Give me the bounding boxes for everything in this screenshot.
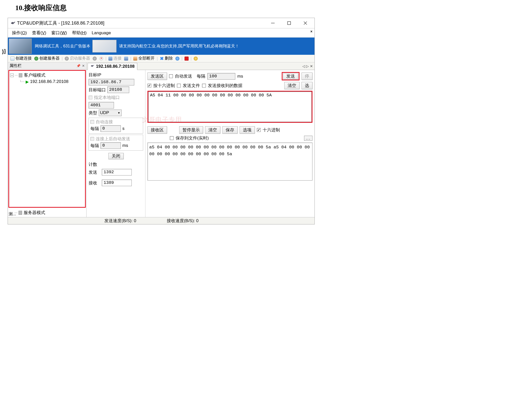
globe-icon: [34, 57, 38, 61]
send-interval-input[interactable]: 100: [207, 73, 235, 80]
connect-button: 连接: [107, 55, 123, 62]
browse-file-button[interactable]: ...: [304, 136, 312, 141]
auto-connect-checkbox: [90, 120, 94, 124]
truncated-text: 测...: [9, 212, 16, 217]
local-port-label: 指定本地端口: [94, 95, 120, 100]
disconnect-all-button[interactable]: 全部断开: [132, 55, 156, 62]
separator: |: [181, 56, 182, 61]
menu-help[interactable]: 帮助(H): [71, 29, 88, 36]
auto-send-after-conn-group: 连接上后自动发送 每隔 0 ms: [89, 135, 143, 151]
connection-panel: 目标IP 192.168.86.7 目标端口 20108 指定本地端口 4001…: [87, 70, 145, 217]
connection-tree: − ⋯ 客户端模式 └⋯ ▶ 192.168.86.7:20108: [8, 70, 86, 208]
delete-button[interactable]: ✖删除: [159, 55, 174, 62]
minimize-button[interactable]: [268, 20, 277, 27]
doc-tab-bar: 192.168.86.7:20108 ◁ ▷ ✕: [87, 62, 314, 70]
menubar: 操作(O) 查看(V) 窗口(W) 帮助(H) Language ×: [8, 28, 314, 38]
mdi-close-button[interactable]: ×: [310, 29, 312, 33]
auto-send-label: 自动发送: [175, 73, 192, 79]
auto-send-interval-input[interactable]: 0: [101, 142, 121, 149]
stop-icon-button[interactable]: [184, 56, 190, 61]
local-port-input[interactable]: 4001: [89, 102, 114, 109]
save-to-file-checkbox[interactable]: [170, 136, 174, 140]
help-icon-button[interactable]: [193, 56, 199, 61]
count-title: 计数: [89, 162, 143, 167]
local-port-checkbox: [89, 96, 92, 99]
auto-connect-label: 自动连接: [96, 119, 113, 125]
tree-node-server-mode[interactable]: ⋯ 服务器模式: [10, 209, 84, 216]
hex-send-label: 按十六进制: [153, 83, 175, 89]
app-icon: [10, 21, 15, 26]
tree-node-client-mode[interactable]: − ⋯ 客户端模式: [10, 72, 84, 79]
pause-display-button[interactable]: 暂停显示: [179, 126, 203, 134]
create-server-button[interactable]: 创建服务器: [33, 55, 61, 62]
ad-banner: 网络调试工具，631去广告版本 请支持国内航空工业,有您的支持,国产军用民用飞机…: [8, 38, 314, 55]
doc-tab-active[interactable]: 192.168.86.7:20108: [88, 63, 137, 70]
banner-text-left: 网络调试工具，631去广告版本: [33, 42, 92, 50]
save-to-file-label: 保存到文件(实时): [176, 135, 209, 141]
send-textarea[interactable]: A5 04 11 00 00 00 00 00 00 00 00 00 00 0…: [148, 92, 312, 122]
doc-icon: [10, 57, 14, 61]
connect-icon: [108, 57, 112, 61]
recv-speed-label: 接收速度(B/S): 0: [167, 218, 199, 224]
auto-conn-interval-input[interactable]: 0: [101, 125, 121, 132]
hex-recv-label: 十六进制: [263, 127, 280, 133]
menu-operate[interactable]: 操作(O): [10, 29, 28, 36]
doc-heading: 10.接收响应信息: [0, 0, 320, 18]
target-port-input[interactable]: 20108: [107, 86, 129, 93]
banner-image-right: [92, 40, 117, 52]
svg-rect-1: [288, 22, 291, 25]
type-select[interactable]: UDP▼: [99, 110, 122, 116]
recv-options-button[interactable]: 选项: [240, 126, 255, 134]
target-ip-label: 目标IP: [89, 72, 143, 78]
banner-text-right: 请支持国内航空工业,有您的支持,国产军用民用飞机必将翱翔蓝天！: [117, 42, 242, 50]
send-received-checkbox[interactable]: [202, 84, 206, 87]
sidebar-close-icon[interactable]: ✕: [82, 64, 85, 68]
send-button[interactable]: 发送: [283, 73, 298, 79]
ms-unit-2: ms: [237, 74, 243, 79]
menu-view[interactable]: 查看(V): [30, 29, 48, 36]
send-recv-panel: 发送区 自动发送 每隔 100 ms 发送 停 按十六进制: [145, 70, 314, 217]
send-file-label: 发送文件: [183, 83, 200, 89]
separator: |: [191, 56, 192, 61]
hex-send-checkbox[interactable]: [147, 84, 151, 87]
recv-textarea[interactable]: a5 04 00 00 00 00 00 00 00 00 00 00 00 0…: [147, 143, 312, 181]
create-conn-button[interactable]: 创建连接: [9, 55, 33, 62]
save-recv-button[interactable]: 保存: [222, 126, 238, 134]
pin-icon[interactable]: 📌: [76, 64, 80, 68]
stop-server-icon-button: [92, 56, 98, 61]
tree-toggle-icon[interactable]: −: [10, 74, 14, 77]
auto-connect-group: 自动连接 每隔 0 s: [89, 118, 143, 134]
recycle-icon-button[interactable]: [174, 56, 180, 61]
send-file-checkbox[interactable]: [177, 84, 181, 87]
target-ip-input[interactable]: 192.168.86.7: [89, 79, 134, 85]
close-conn-button[interactable]: 关闭: [108, 153, 124, 159]
clear-send-button[interactable]: 清空: [284, 82, 300, 89]
send-options-button[interactable]: 选: [302, 82, 312, 89]
separator: |: [105, 56, 106, 61]
recv-area-button[interactable]: 接收区: [147, 126, 167, 134]
menu-window[interactable]: 窗口(W): [50, 29, 68, 36]
separator: |: [157, 56, 158, 61]
delete-x-icon: ✖: [160, 57, 164, 60]
window-title: TCP&UDP测试工具 - [192.168.86.7:20108]: [17, 20, 268, 26]
maximize-button[interactable]: [285, 20, 294, 27]
close-button[interactable]: [301, 20, 310, 27]
tree-node-connection[interactable]: └⋯ ▶ 192.168.86.7:20108: [10, 79, 84, 85]
host-icon: [19, 73, 22, 77]
send-speed-label: 发送速度(B/S): 0: [104, 218, 136, 224]
help-icon: [194, 57, 198, 61]
main-area: 属性栏 📌 ✕ − ⋯ 客户端模式 └⋯ ▶ 192.168.86.7:2010…: [8, 62, 314, 217]
tab-nav-controls[interactable]: ◁ ▷ ✕: [302, 64, 314, 68]
hex-recv-checkbox[interactable]: [257, 128, 261, 132]
auto-send-checkbox[interactable]: [169, 74, 173, 78]
app-window: TCP&UDP测试工具 - [192.168.86.7:20108] 操作(O)…: [8, 18, 315, 224]
close-icon-button[interactable]: [98, 56, 104, 61]
clear-recv-button[interactable]: 清空: [205, 126, 220, 134]
close-x-icon: [99, 57, 103, 61]
tab-app-icon: [90, 64, 94, 69]
menu-language[interactable]: Language: [90, 30, 112, 36]
count-send-label: 发送: [89, 169, 100, 175]
auto-send-after-conn-label: 连接上后自动发送: [96, 136, 130, 142]
target-port-label: 目标端口: [89, 87, 106, 93]
send-area-button[interactable]: 发送区: [147, 73, 167, 80]
